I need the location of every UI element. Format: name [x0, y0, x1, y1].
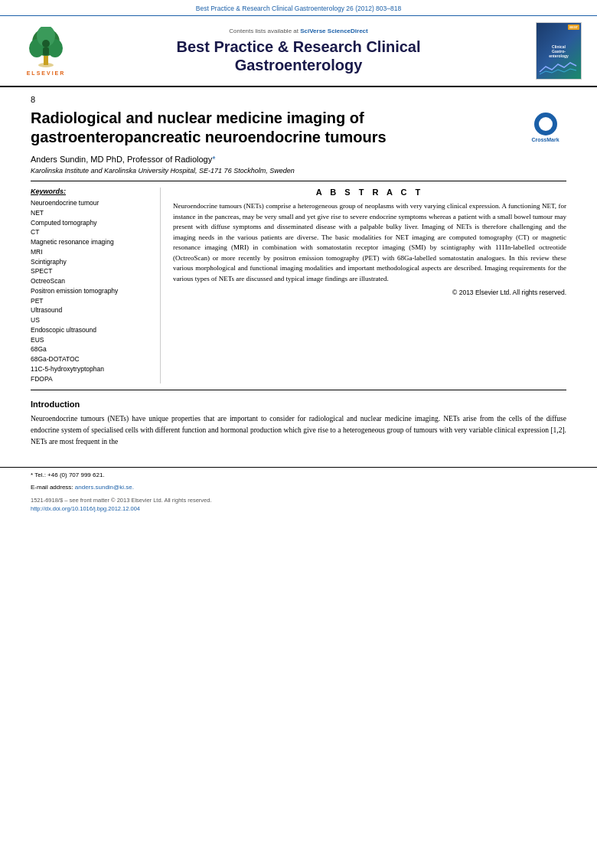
sciverse-prefix: Contents lists available at: [229, 28, 300, 34]
page: Best Practice & Research Clinical Gastro…: [0, 0, 597, 868]
svg-point-1: [38, 63, 54, 67]
abstract-heading: A B S T R A C T: [173, 188, 566, 197]
svg-rect-7: [43, 47, 49, 55]
journal-cover-area: BEST ClinicalGastro-enterology: [520, 22, 582, 80]
journal-title-area: Contents lists available at SciVerse Sci…: [77, 28, 520, 74]
keyword-item: Magnetic resonance imaging: [31, 237, 151, 247]
abstract-text: Neuroendocrine tumours (NETs) comprise a…: [173, 201, 566, 284]
copyright-notice: © 2013 Elsevier Ltd. All rights reserved…: [173, 289, 566, 296]
keyword-item: MRI: [31, 247, 151, 257]
introduction-text: Neuroendocrine tumours (NETs) have uniqu…: [31, 413, 566, 447]
journal-banner: ELSEVIER Contents lists available at Sci…: [0, 16, 597, 87]
keyword-item: 68Ga-DOTATOC: [31, 354, 151, 364]
author-affiliation: Karolinska Institute and Karolinska Univ…: [31, 167, 566, 175]
footnote-email: E-mail address: anders.sundin@ki.se.: [31, 483, 566, 492]
keyword-item: CT: [31, 227, 151, 237]
elsevier-logo: ELSEVIER: [15, 27, 77, 76]
keyword-item: OctreoScan: [31, 276, 151, 286]
section-divider: [31, 390, 566, 390]
page-footer: * Tel.: +46 (0) 707 999 621. E-mail addr…: [0, 467, 597, 512]
svg-point-6: [42, 40, 50, 47]
elsevier-brand-text: ELSEVIER: [27, 70, 66, 76]
journal-citation-text: Best Practice & Research Clinical Gastro…: [196, 5, 401, 12]
elsevier-tree-icon: [23, 27, 69, 69]
email-link[interactable]: anders.sundin@ki.se.: [75, 484, 134, 491]
divider: [31, 181, 566, 181]
keyword-item: US: [31, 315, 151, 325]
keywords-list: Neuroendocrine tumourNETComputed tomogra…: [31, 198, 151, 383]
keyword-item: SPECT: [31, 266, 151, 276]
cover-text: ClinicalGastro-enterology: [547, 43, 570, 60]
keywords-column: Keywords: Neuroendocrine tumourNETComput…: [31, 188, 161, 383]
keyword-item: FDOPA: [31, 374, 151, 384]
issn-line: 1521-6918/$ – see front matter © 2013 El…: [31, 497, 566, 504]
author-line: Anders Sundin, MD PhD, Professor of Radi…: [31, 155, 566, 164]
introduction-section: Introduction Neuroendocrine tumours (NET…: [31, 400, 566, 447]
keyword-item: Computed tomography: [31, 218, 151, 228]
article-title: Radiological and nuclear medicine imagin…: [31, 109, 566, 147]
cover-graph-icon: [538, 60, 580, 76]
keywords-label: Keywords:: [31, 188, 151, 195]
sciverse-line: Contents lists available at SciVerse Sci…: [77, 28, 520, 34]
keyword-item: Ultrasound: [31, 305, 151, 315]
crossmark-inner: [539, 117, 553, 131]
doi-line: http://dx.doi.org/10.1016/j.bpg.2012.12.…: [31, 505, 566, 512]
crossmark-badge[interactable]: CrossMark: [524, 109, 566, 147]
crossmark-icon: [534, 113, 557, 135]
main-content: 8 Radiological and nuclear medicine imag…: [0, 87, 597, 455]
article-number: 8: [31, 95, 566, 104]
keyword-item: Scintigraphy: [31, 257, 151, 267]
keyword-item: 11C-5-hydroxytryptophan: [31, 364, 151, 374]
abstract-column: A B S T R A C T Neuroendocrine tumours (…: [173, 188, 566, 383]
journal-title: Best Practice & Research Clinical Gastro…: [77, 38, 520, 74]
keyword-item: Neuroendocrine tumour: [31, 198, 151, 208]
journal-citation-header: Best Practice & Research Clinical Gastro…: [0, 0, 597, 16]
best-badge: BEST: [568, 24, 579, 30]
introduction-heading: Introduction: [31, 400, 566, 409]
keyword-item: PET: [31, 296, 151, 306]
keyword-item: 68Ga: [31, 344, 151, 354]
doi-link[interactable]: http://dx.doi.org/10.1016/j.bpg.2012.12.…: [31, 505, 140, 512]
keyword-item: Endoscopic ultrasound: [31, 325, 151, 335]
crossmark-label: CrossMark: [531, 137, 559, 144]
keyword-item: EUS: [31, 335, 151, 345]
footnote-tel: * Tel.: +46 (0) 707 999 621.: [31, 471, 566, 480]
keyword-item: Positron emission tomography: [31, 286, 151, 296]
sciverse-link[interactable]: SciVerse ScienceDirect: [300, 28, 368, 34]
keyword-item: NET: [31, 208, 151, 218]
keywords-abstract-section: Keywords: Neuroendocrine tumourNETComput…: [31, 188, 566, 383]
journal-cover-thumbnail: BEST ClinicalGastro-enterology: [536, 22, 582, 80]
